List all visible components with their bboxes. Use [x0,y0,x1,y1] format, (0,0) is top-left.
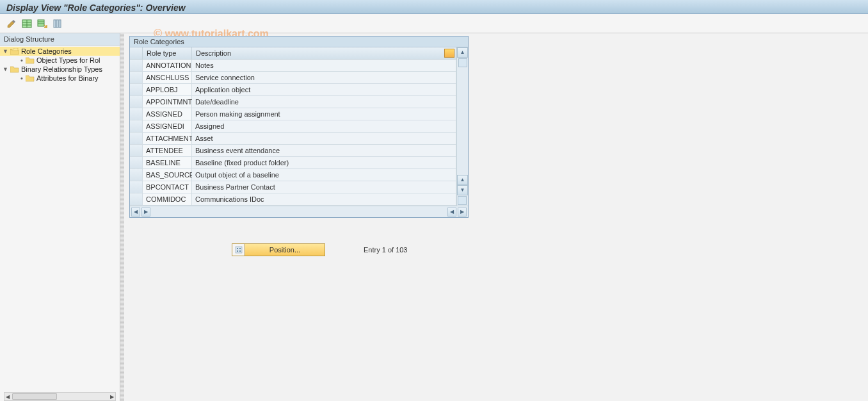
col-selector[interactable] [130,47,143,60]
table-config-icon[interactable] [444,49,454,58]
tree-label: Object Types for Rol [36,56,100,64]
cell-description: Communications IDoc [192,193,456,205]
cell-roletype: APPOINTMNT [143,96,192,108]
cell-description: Person making assignment [192,108,456,120]
row-selector[interactable] [130,96,143,108]
position-icon [232,244,245,256]
scroll-right-end-icon[interactable]: ▶ [458,208,467,217]
tree-item-object-types[interactable]: • Object Types for Rol [0,56,120,65]
cell-description: Baseline (fixed product folder) [192,157,456,168]
row-selector[interactable] [130,193,143,205]
cell-description: Business event attendance [192,145,456,156]
sidebar-h-scrollbar[interactable]: ◀ ▶ [4,392,116,401]
cell-roletype: APPLOBJ [143,84,192,95]
scrollbar-thumb[interactable] [12,393,57,400]
scroll-left-icon[interactable]: ◀ [131,208,140,217]
cell-description: Asset [192,133,456,144]
cell-description: Notes [192,60,456,71]
row-selector[interactable] [130,84,143,95]
position-label: Position... [245,246,325,254]
row-selector[interactable] [130,108,143,120]
scrollbar-end[interactable] [458,196,467,205]
sidebar: Dialog Structure ▼ Role Categories • Obj… [0,33,120,401]
svg-rect-10 [236,247,242,253]
svg-rect-9 [59,20,61,28]
tree-label: Binary Relationship Types [21,65,102,73]
collapse-icon[interactable]: ▼ [3,48,9,54]
cell-roletype: ASSIGNED [143,108,192,120]
scroll-right-icon[interactable]: ▶ [109,394,115,400]
table-row[interactable]: ATTENDEEBusiness event attendance [130,145,456,157]
table-icon[interactable] [22,19,32,29]
table-row[interactable]: ATTACHMENTAsset [130,133,456,145]
cell-description: Date/deadline [192,96,456,108]
cell-roletype: ANSCHLUSS [143,72,192,83]
cell-description: Service connection [192,72,456,83]
entry-count: Entry 1 of 103 [364,246,408,254]
cell-description: Assigned [192,120,456,132]
table-row[interactable]: BASELINEBaseline (fixed product folder) [130,157,456,169]
table-row[interactable]: APPOINTMNTDate/deadline [130,96,456,108]
row-selector[interactable] [130,72,143,83]
cell-roletype: BASELINE [143,157,192,168]
table-row[interactable]: ANSCHLUSSService connection [130,72,456,84]
scroll-left-end-icon[interactable]: ◀ [447,208,456,217]
table-row[interactable]: ASSIGNEDIAssigned [130,120,456,133]
row-selector[interactable] [130,157,143,168]
bullet-icon: • [20,74,24,82]
row-selector[interactable] [130,133,143,144]
page-title: Display View "Role Categories": Overview [0,0,868,14]
tree-label: Role Categories [21,47,72,55]
scroll-left-icon[interactable]: ◀ [4,394,11,400]
svg-rect-11 [237,248,238,249]
row-selector[interactable] [130,145,143,156]
footer: Position... Entry 1 of 103 [232,243,863,256]
columns-icon[interactable] [52,19,63,29]
cell-roletype: ATTACHMENT [143,133,192,144]
dialog-structure-tree: ▼ Role Categories • Object Types for Rol… [0,45,120,84]
position-button[interactable]: Position... [232,243,325,256]
cell-description: Application object [192,84,456,95]
svg-rect-13 [237,250,238,252]
table-row[interactable]: BPCONTACTBusiness Partner Contact [130,181,456,193]
table-row[interactable]: ANNOTATIONNotes [130,60,456,72]
role-categories-table: Role Categories Role type Description AN… [129,36,469,218]
cell-roletype: ASSIGNEDI [143,120,192,132]
col-roletype[interactable]: Role type [143,47,192,60]
sidebar-header: Dialog Structure [0,33,120,45]
tree-item-role-categories[interactable]: ▼ Role Categories [0,47,120,56]
tree-label: Attributes for Binary [36,74,99,82]
cell-roletype: ANNOTATION [143,60,192,71]
row-selector[interactable] [130,60,143,71]
col-description[interactable]: Description [192,47,456,60]
folder-icon [26,57,35,64]
scroll-up-small-icon[interactable]: ▲ [457,175,468,185]
table-v-scrollbar[interactable]: ▲ ▲ ▼ [456,47,468,206]
toolbar [0,14,868,33]
folder-open-icon [10,48,19,55]
scroll-right-icon[interactable]: ▶ [141,208,150,217]
cell-description: Business Partner Contact [192,181,456,193]
table-row[interactable]: ASSIGNEDPerson making assignment [130,108,456,120]
content-area: Role Categories Role type Description AN… [124,33,868,401]
table-h-scrollbar[interactable]: ◀ ▶ ◀ ▶ [130,206,468,217]
tree-item-attributes-binary[interactable]: • Attributes for Binary [0,74,120,83]
edit-icon[interactable] [6,19,17,29]
table-export-icon[interactable] [37,19,47,29]
row-selector[interactable] [130,169,143,181]
row-selector[interactable] [130,120,143,132]
cell-roletype: BPCONTACT [143,181,192,193]
folder-icon [10,66,19,73]
table-row[interactable]: BAS_SOURCEOutput object of a baseline [130,169,456,181]
cell-roletype: COMMIDOC [143,193,192,205]
folder-icon [26,75,35,82]
scroll-down-icon[interactable]: ▼ [457,185,468,195]
table-row[interactable]: APPLOBJApplication object [130,84,456,96]
scrollbar-thumb[interactable] [458,58,467,67]
tree-item-binary-relationship[interactable]: ▼ Binary Relationship Types [0,65,120,74]
row-selector[interactable] [130,181,143,193]
collapse-icon[interactable]: ▼ [3,66,9,72]
cell-description: Output object of a baseline [192,169,456,181]
table-row[interactable]: COMMIDOCCommunications IDoc [130,193,456,206]
scroll-up-icon[interactable]: ▲ [457,47,468,58]
